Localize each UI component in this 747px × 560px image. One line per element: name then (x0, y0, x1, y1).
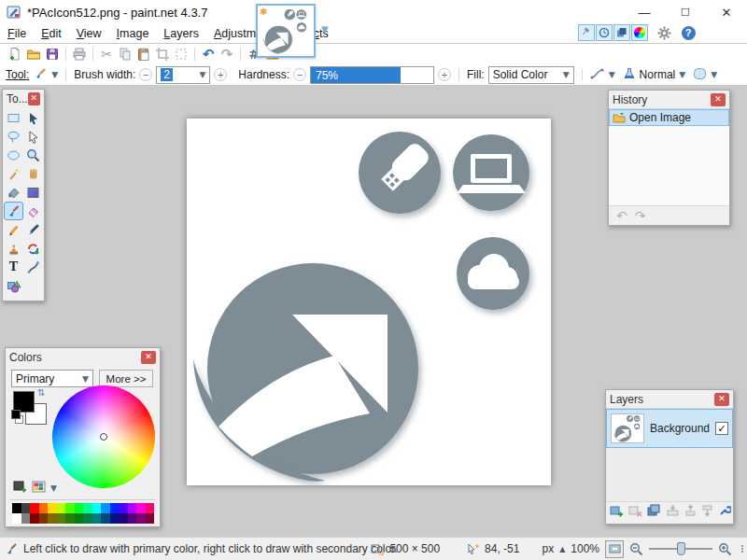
swap-colors-icon[interactable]: ⇅ (37, 387, 45, 398)
antialiasing-icon[interactable] (590, 67, 605, 83)
image-tab[interactable]: ✱ (256, 4, 316, 58)
redo-icon[interactable]: ↷ (218, 46, 236, 63)
zoom-out-icon[interactable] (629, 542, 643, 556)
palette-swatch[interactable] (48, 503, 57, 513)
palette-swatch[interactable] (136, 503, 146, 513)
palette-swatch[interactable] (30, 513, 39, 524)
tool-paintbrush[interactable] (4, 202, 23, 220)
tool-zoom[interactable] (23, 146, 43, 164)
palette-swatch[interactable] (57, 503, 66, 513)
hardness-slider[interactable]: 75% (310, 66, 434, 84)
history-toggle-icon[interactable] (596, 24, 613, 41)
unit-selector[interactable]: px (542, 542, 554, 555)
palette-swatches[interactable] (12, 503, 155, 524)
history-panel-titlebar[interactable]: History ✕ (609, 91, 729, 108)
settings-gear-icon[interactable] (655, 24, 672, 41)
tool-paint-bucket[interactable] (4, 183, 23, 202)
move-layer-down-icon[interactable] (701, 504, 714, 520)
tool-pencil[interactable] (4, 220, 23, 239)
layer-item-background[interactable]: Background ✓ (606, 409, 733, 448)
tools-panel-close-icon[interactable]: ✕ (28, 92, 40, 105)
palette-swatch[interactable] (21, 503, 31, 513)
palette-swatch[interactable] (101, 503, 110, 513)
menu-item-image[interactable]: Image (109, 25, 157, 42)
menu-item-view[interactable]: View (69, 25, 109, 42)
palette-swatch[interactable] (92, 513, 102, 524)
current-tool-brush-icon[interactable] (33, 67, 48, 83)
tool-move-selection[interactable] (23, 127, 43, 146)
blend-mode-dropdown-arrow[interactable]: ▼ (679, 70, 685, 79)
unit-selector-arrow[interactable]: ▲ (559, 545, 565, 553)
palette-swatch[interactable] (48, 513, 57, 524)
palette-swatch[interactable] (57, 513, 66, 524)
palette-swatch[interactable] (83, 513, 92, 524)
tool-color-picker[interactable] (23, 220, 43, 239)
tool-ellipse-select[interactable] (4, 146, 23, 164)
palette-swatch[interactable] (65, 503, 75, 513)
palette-swatch[interactable] (146, 513, 155, 524)
history-redo-icon[interactable]: ↷ (635, 208, 646, 223)
palette-swatch[interactable] (136, 513, 146, 524)
tools-panel-titlebar[interactable]: To... ✕ (3, 90, 44, 107)
blend-mode-value[interactable]: Normal (640, 68, 676, 81)
palette-swatch[interactable] (128, 503, 137, 513)
palette-swatch[interactable] (75, 513, 84, 524)
tool-pan[interactable] (23, 164, 43, 183)
palette-swatch[interactable] (12, 503, 21, 513)
tool-text[interactable]: T (4, 258, 23, 276)
palette-swatch[interactable] (119, 503, 128, 513)
colors-toggle-icon[interactable] (631, 24, 648, 41)
tools-toggle-icon[interactable] (578, 24, 595, 41)
selection-mode-icon[interactable] (693, 67, 707, 83)
menu-item-file[interactable]: File (0, 25, 34, 42)
copy-icon[interactable] (116, 46, 134, 63)
open-folder-icon[interactable] (24, 46, 43, 63)
selection-mode-dropdown-arrow[interactable]: ▼ (711, 70, 717, 79)
merge-down-icon[interactable] (666, 504, 681, 520)
fit-to-window-button[interactable] (605, 540, 624, 558)
small-primary-swatch[interactable] (11, 410, 21, 419)
delete-layer-icon[interactable] (628, 504, 643, 520)
image-list-chevron-icon[interactable]: ▼ (321, 24, 329, 35)
palette-swatch[interactable] (101, 513, 110, 524)
resize-grip[interactable] (741, 545, 743, 553)
crop-icon[interactable] (153, 46, 172, 63)
fill-style-combo[interactable]: Solid Color ▼ (488, 66, 574, 84)
tool-eraser[interactable] (23, 202, 43, 220)
palette-swatch[interactable] (110, 513, 120, 524)
zoom-in-icon[interactable] (718, 542, 732, 556)
tool-shapes[interactable] (4, 276, 23, 295)
palette-dropdown-arrow[interactable]: ▼ (50, 483, 57, 493)
palette-swatch[interactable] (110, 503, 120, 513)
color-wheel-cursor[interactable] (100, 433, 107, 441)
antialiasing-dropdown-arrow[interactable]: ▼ (609, 70, 615, 79)
tool-recolor[interactable] (23, 239, 43, 258)
maximize-button[interactable]: ☐ (665, 0, 706, 24)
tool-line-curve[interactable] (23, 258, 43, 276)
history-item[interactable]: Open Image (609, 109, 729, 126)
tool-move-selected-pixels[interactable] (23, 108, 43, 127)
add-layer-icon[interactable] (610, 504, 625, 520)
menu-item-edit[interactable]: Edit (34, 25, 69, 42)
palette-swatch[interactable] (75, 503, 84, 513)
palette-swatch[interactable] (83, 503, 92, 513)
zoom-slider[interactable] (649, 548, 712, 550)
brush-width-decrease-button[interactable]: − (139, 68, 152, 81)
menu-item-layers[interactable]: Layers (156, 25, 206, 42)
palette-swatch[interactable] (39, 513, 49, 524)
palette-manager-icon[interactable] (32, 481, 46, 496)
tool-rectangle-select[interactable] (4, 108, 23, 127)
undo-icon[interactable]: ↶ (199, 46, 218, 63)
color-mode-combo[interactable]: Primary ▼ (11, 370, 93, 387)
zoom-slider-thumb[interactable] (677, 542, 685, 555)
palette-swatch[interactable] (39, 503, 49, 513)
history-panel-close-icon[interactable]: ✕ (711, 93, 726, 106)
new-file-icon[interactable] (6, 46, 24, 63)
help-icon[interactable]: ? (680, 24, 697, 41)
layer-visible-checkbox[interactable]: ✓ (715, 422, 728, 435)
palette-swatch[interactable] (128, 513, 137, 524)
tool-lasso-select[interactable] (4, 127, 23, 146)
move-layer-up-icon[interactable] (684, 504, 698, 520)
hardness-increase-button[interactable]: + (438, 68, 451, 81)
tool-dropdown-arrow[interactable]: ▼ (51, 70, 58, 79)
